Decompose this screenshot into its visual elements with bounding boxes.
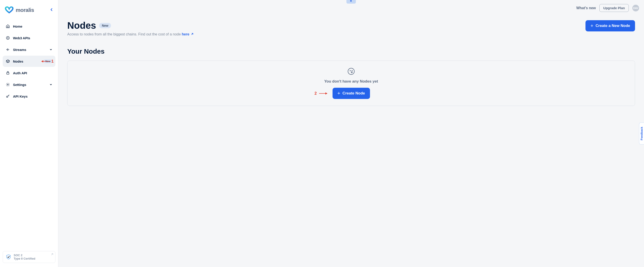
shield-check-icon <box>6 254 12 260</box>
cost-link[interactable]: here <box>182 32 190 36</box>
flag-icon <box>350 0 353 3</box>
sidebar-item-auth-api[interactable]: Auth API <box>3 67 56 79</box>
svg-rect-1 <box>7 73 9 75</box>
logo-icon <box>4 6 14 14</box>
sidebar-item-nodes[interactable]: Nodes New 1 <box>3 56 56 67</box>
content: Nodes New Access to nodes from all the b… <box>58 0 644 115</box>
svg-point-3 <box>6 96 8 97</box>
streams-icon <box>6 48 10 52</box>
avatar[interactable]: DAV <box>632 5 639 12</box>
soc2-text: SOC 2 Type II Certified <box>14 253 36 260</box>
collapse-sidebar-button[interactable] <box>49 7 54 13</box>
external-link-icon <box>51 253 53 257</box>
sidebar-item-label: Auth API <box>13 71 52 75</box>
topbar: What's new Upgrade Plan DAV <box>576 4 639 12</box>
create-node-button[interactable]: + Create Node <box>332 88 370 99</box>
flag-tab[interactable] <box>346 0 356 4</box>
key-icon <box>6 94 10 98</box>
create-new-node-button[interactable]: + Create a New Node <box>586 20 635 32</box>
external-link-icon <box>191 32 194 36</box>
sidebar: moralis Home Web3 APIs <box>0 0 58 267</box>
plus-icon: + <box>338 91 340 96</box>
upgrade-plan-button[interactable]: Upgrade Plan <box>600 4 629 12</box>
annotation-1: 1 <box>42 59 54 64</box>
nav: Home Web3 APIs Streams <box>3 21 56 102</box>
sidebar-item-label: Home <box>13 25 52 28</box>
main: What's new Upgrade Plan DAV Nodes New Ac… <box>58 0 644 267</box>
svg-point-6 <box>352 71 352 71</box>
whats-new-link[interactable]: What's new <box>576 6 596 10</box>
sidebar-item-api-keys[interactable]: API Keys <box>3 91 56 102</box>
svg-point-4 <box>348 68 354 75</box>
svg-point-2 <box>8 84 8 85</box>
logo[interactable]: moralis <box>4 6 34 14</box>
soc2-card[interactable]: SOC 2 Type II Certified <box>3 251 56 263</box>
surprised-face-icon <box>347 68 355 75</box>
button-label: Create a New Node <box>596 24 630 28</box>
new-badge: New <box>99 23 111 28</box>
sidebar-item-label: Web3 APIs <box>13 36 52 40</box>
page-subtitle: Access to nodes from all the biggest cha… <box>67 32 194 36</box>
chevron-down-icon <box>50 83 52 87</box>
chevron-down-icon <box>50 48 52 52</box>
empty-state: You don't have any Nodes yet 2 + Create … <box>67 61 635 106</box>
empty-text: You don't have any Nodes yet <box>324 79 378 84</box>
sidebar-item-home[interactable]: Home <box>3 21 56 32</box>
sidebar-item-web3-apis[interactable]: Web3 APIs <box>3 32 56 44</box>
chevron-left-icon <box>50 8 53 11</box>
svg-point-5 <box>350 71 350 71</box>
sidebar-item-streams[interactable]: Streams <box>3 44 56 55</box>
logo-row: moralis <box>3 4 56 21</box>
section-title: Your Nodes <box>67 48 635 55</box>
sidebar-item-settings[interactable]: Settings <box>3 79 56 90</box>
sidebar-item-label: Nodes <box>13 60 40 63</box>
svg-point-7 <box>351 72 352 73</box>
button-label: Create Node <box>342 91 365 96</box>
sidebar-item-label: API Keys <box>13 94 52 98</box>
feedback-tab[interactable]: Feedback <box>639 123 644 144</box>
lock-icon <box>6 71 10 75</box>
annotation-2: 2 <box>314 91 327 96</box>
plus-icon: + <box>590 23 593 28</box>
sidebar-item-label: Settings <box>13 83 46 87</box>
logo-text: moralis <box>16 7 34 13</box>
cube-icon <box>6 59 10 63</box>
api-icon <box>6 36 10 40</box>
page-header: Nodes New Access to nodes from all the b… <box>67 20 635 36</box>
home-icon <box>6 24 10 28</box>
gear-icon <box>6 83 10 87</box>
page-title: Nodes <box>67 20 96 31</box>
sidebar-item-label: Streams <box>13 48 46 52</box>
